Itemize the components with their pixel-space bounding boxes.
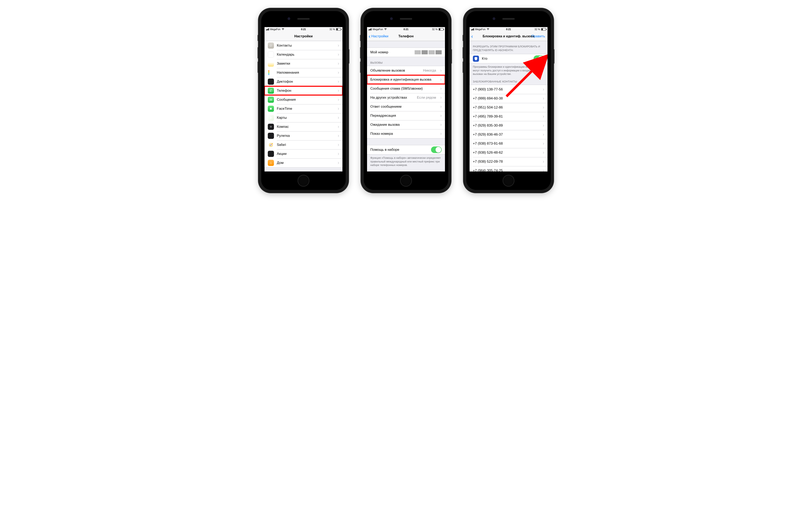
settings-row-maps[interactable]: ➤Карты›: [264, 113, 343, 122]
front-camera: [287, 17, 291, 20]
row-label: Ответ сообщением: [370, 105, 436, 109]
speaker-grille: [297, 18, 310, 20]
signal-icon: [471, 28, 474, 30]
row-value: Если рядом: [417, 96, 436, 100]
chevron-right-icon: ›: [338, 124, 339, 130]
blocked-contact-row[interactable]: +7 (900) 138-77-56›: [469, 85, 548, 94]
row-label: Напоминания: [277, 71, 333, 75]
safari-icon: 🧭: [268, 142, 274, 148]
chevron-right-icon: ›: [543, 96, 544, 101]
row-label: Дом: [277, 161, 333, 165]
phone-settings-row[interactable]: Сообщения спама (SMS/звонки)›: [367, 84, 445, 93]
chevron-left-icon: ‹: [369, 33, 371, 39]
chevron-right-icon: ›: [543, 105, 544, 110]
dial-assist-footer: Функция «Помощь в наборе» автоматически …: [367, 155, 445, 170]
back-label: Настройки: [371, 34, 388, 38]
row-label: Показ номера: [370, 132, 436, 136]
row-app-kto[interactable]: Кто: [469, 54, 548, 63]
settings-row-messages[interactable]: ✉Сообщения›: [264, 95, 343, 104]
blocked-contact-row[interactable]: +7 (938) 526-48-62›: [469, 148, 548, 157]
settings-row-voice[interactable]: Диктофон›: [264, 77, 343, 86]
phone-settings-row[interactable]: Ответ сообщением›: [367, 102, 445, 111]
battery-label: 32 %: [329, 28, 335, 31]
chevron-right-icon: ›: [543, 132, 544, 137]
settings-row-notes[interactable]: Заметки›: [264, 59, 343, 68]
chevron-right-icon: ›: [338, 142, 339, 148]
chevron-right-icon: ›: [338, 61, 339, 66]
settings-row-phone[interactable]: ✆Телефон›: [264, 86, 343, 95]
section-header-blocked: ЗАБЛОКИРОВАННЫЕ КОНТАКТЫ: [469, 79, 548, 85]
blocked-number: +7 (999) 694-60-38: [473, 96, 539, 100]
row-label: Сообщения спама (SMS/звонки): [370, 87, 436, 91]
settings-row-stocks[interactable]: Акции›: [264, 149, 343, 158]
row-dial-assist[interactable]: Помощь в наборе: [367, 145, 445, 154]
row-label: Сообщения: [277, 98, 333, 102]
toggle-app-kto[interactable]: [534, 55, 544, 62]
calendar-icon: [268, 51, 274, 58]
row-label: Карты: [277, 116, 333, 120]
screen-call-blocking: MegaFon 0:21 32 % ‹ Блокировка и идентиф…: [469, 27, 548, 172]
settings-row-home[interactable]: ⌂Дом›: [264, 158, 343, 167]
measure-icon: [268, 133, 274, 139]
home-icon: ⌂: [268, 160, 274, 166]
blocked-number: +7 (929) 836-46-37: [473, 133, 539, 137]
settings-row-compass[interactable]: ✧Компас›: [264, 122, 343, 131]
home-button[interactable]: [400, 175, 412, 187]
wifi-icon: [384, 28, 387, 31]
phone-3: MegaFon 0:21 32 % ‹ Блокировка и идентиф…: [463, 8, 554, 193]
chevron-right-icon: ›: [440, 122, 442, 128]
section-header-calls: ВЫЗОВЫ: [367, 57, 445, 66]
chevron-right-icon: ›: [338, 70, 339, 75]
row-label: Календарь: [277, 52, 333, 56]
row-my-number[interactable]: Мой номер: [367, 48, 445, 57]
phone-settings-row[interactable]: На других устройствахЕсли рядом›: [367, 93, 445, 102]
row-label: Рулетка: [277, 134, 333, 138]
toggle-dial-assist[interactable]: [431, 146, 442, 153]
chevron-right-icon: ›: [338, 133, 339, 138]
chevron-right-icon: ›: [440, 77, 442, 82]
phone-settings-row[interactable]: Блокировка и идентификация вызова›: [367, 75, 445, 84]
chevron-right-icon: ›: [440, 95, 442, 100]
chevron-right-icon: ›: [440, 86, 442, 91]
row-label: Компас: [277, 125, 333, 129]
settings-row-contacts[interactable]: ☺Контакты›: [264, 41, 343, 50]
blocked-contact-row[interactable]: +7 (999) 694-60-38›: [469, 94, 548, 103]
blocked-number: +7 (900) 138-77-56: [473, 87, 539, 91]
nav-bar: Настройки: [264, 31, 343, 41]
settings-row-measure[interactable]: Рулетка›: [264, 131, 343, 140]
blocked-contact-row[interactable]: +7 (495) 789-39-81›: [469, 112, 548, 121]
row-label: Контакты: [277, 44, 333, 48]
phone-settings-row[interactable]: Ожидание вызова›: [367, 120, 445, 129]
blocked-contact-row[interactable]: +7 (964) 305-74-25›: [469, 166, 548, 172]
settings-row-facetime[interactable]: ■FaceTime›: [264, 104, 343, 113]
settings-row-safari[interactable]: 🧭Safari›: [264, 140, 343, 149]
phone-settings-row[interactable]: Объявление вызововНикогда›: [367, 66, 445, 75]
back-button[interactable]: ‹: [471, 33, 473, 39]
app-icon-kto: [473, 55, 479, 62]
chevron-right-icon: ›: [543, 168, 544, 172]
blocked-contact-row[interactable]: +7 (929) 835-30-89›: [469, 121, 548, 130]
blocked-contact-row[interactable]: +7 (951) 504-12-86›: [469, 103, 548, 112]
settings-row-calendar[interactable]: Календарь›: [264, 50, 343, 59]
edit-button[interactable]: Править: [532, 34, 545, 38]
facetime-icon: ■: [268, 106, 274, 112]
home-button[interactable]: [298, 175, 309, 187]
blocked-number: +7 (929) 835-30-89: [473, 123, 539, 128]
compass-icon: ✧: [268, 124, 274, 130]
row-label: Переадресация: [370, 114, 436, 118]
phone-settings-row[interactable]: Показ номера›: [367, 129, 445, 138]
blocked-contact-row[interactable]: +7 (929) 836-46-37›: [469, 130, 548, 139]
wifi-icon: [281, 28, 284, 31]
settings-row-reminders[interactable]: Напоминания›: [264, 68, 343, 77]
reminders-icon: [268, 70, 274, 76]
screen-settings: MegaFon 0:21 32 % Настройки ☺Контакты›Ка…: [264, 27, 343, 172]
phone-1: MegaFon 0:21 32 % Настройки ☺Контакты›Ка…: [258, 8, 349, 193]
phone-icon: ✆: [268, 88, 274, 94]
home-button[interactable]: [503, 175, 514, 187]
blocked-contact-row[interactable]: +7 (938) 873-91-68›: [469, 139, 548, 148]
back-button[interactable]: ‹ Настройки: [369, 33, 388, 39]
nav-title: Настройки: [294, 34, 313, 38]
phone-settings-row[interactable]: Переадресация›: [367, 111, 445, 120]
blocked-contact-row[interactable]: +7 (938) 522-09-78›: [469, 157, 548, 166]
row-value: Никогда: [423, 69, 436, 73]
